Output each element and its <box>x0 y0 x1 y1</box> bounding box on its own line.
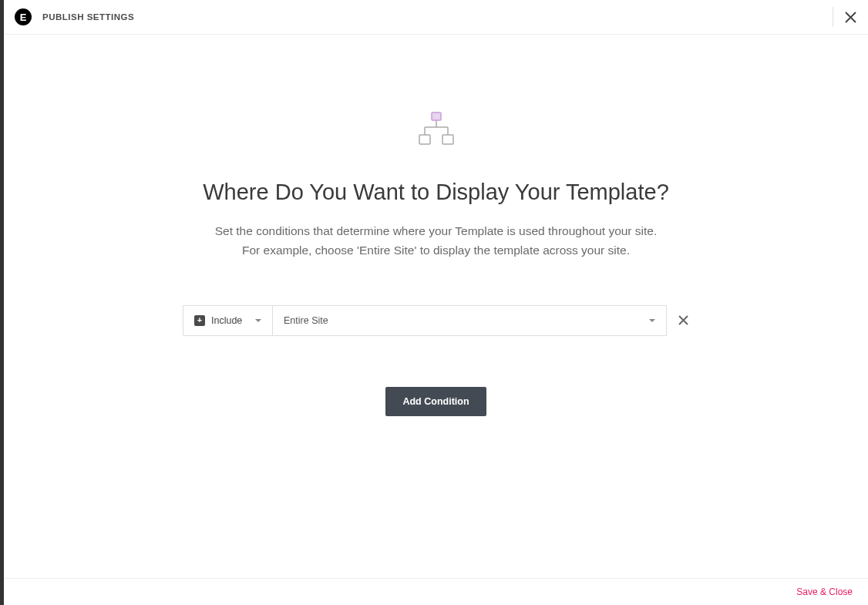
main-heading: Where Do You Want to Display Your Templa… <box>203 180 669 205</box>
remove-condition-button[interactable] <box>678 314 689 326</box>
svg-rect-2 <box>432 113 441 120</box>
condition-row: + Include Entire Site <box>183 305 689 336</box>
close-button[interactable] <box>844 11 857 24</box>
svg-rect-4 <box>442 135 453 144</box>
plus-icon: + <box>194 315 205 326</box>
svg-rect-3 <box>419 135 430 144</box>
close-icon <box>678 314 689 326</box>
logo-letter: E <box>20 12 27 23</box>
header: E PUBLISH SETTINGS <box>4 0 868 35</box>
footer: Save & Close <box>4 578 868 605</box>
page-title: PUBLISH SETTINGS <box>42 12 134 22</box>
elementor-logo: E <box>15 8 32 25</box>
chevron-down-icon <box>649 319 655 322</box>
close-icon <box>844 11 857 24</box>
description-line-1: Set the conditions that determine where … <box>215 222 658 241</box>
include-exclude-select[interactable]: + Include <box>183 305 272 336</box>
save-and-close-button[interactable]: Save & Close <box>796 587 853 597</box>
add-condition-button[interactable]: Add Condition <box>385 387 486 416</box>
include-label: Include <box>211 315 242 326</box>
chevron-down-icon <box>255 319 261 322</box>
description: Set the conditions that determine where … <box>215 222 658 260</box>
sitemap-icon <box>418 112 455 149</box>
location-select[interactable]: Entire Site <box>272 305 667 336</box>
description-line-2: For example, choose 'Entire Site' to dis… <box>215 241 658 260</box>
main-content: Where Do You Want to Display Your Templa… <box>4 35 868 578</box>
header-divider <box>833 7 833 27</box>
location-label: Entire Site <box>284 315 328 326</box>
